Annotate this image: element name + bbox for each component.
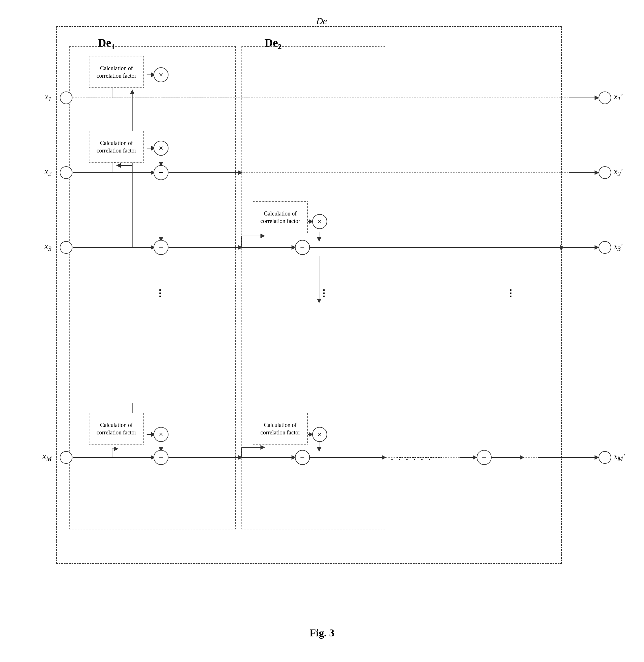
page: De De1 De2 x1 x2 x3 xM x1' x2' [0, 0, 644, 662]
fig-label: Fig. 3 [309, 627, 335, 639]
input-xm [60, 451, 72, 464]
calc-box-2: Calculation of correlation factor [89, 131, 144, 162]
label-xm: xM [43, 452, 52, 463]
subtract-circle-final: − [477, 450, 492, 465]
output-xm [599, 451, 611, 464]
label-x2: x2 [45, 167, 51, 178]
label-x2-prime: x2' [614, 167, 622, 178]
de-label: De [316, 16, 327, 26]
label-x3-prime: x3' [614, 242, 622, 252]
subtract-circle-1: − [154, 165, 168, 180]
multiply-circle-1: × [154, 67, 168, 82]
input-x3 [60, 241, 72, 254]
dots-horizontal-mid: . . . . . . [391, 453, 432, 462]
multiply-circle-m: × [154, 427, 168, 442]
subtract-circle-de2-m: − [295, 450, 310, 465]
input-x2 [60, 166, 72, 179]
de1-box [69, 46, 236, 529]
output-x2 [599, 166, 611, 179]
label-x1: x1 [45, 92, 51, 103]
label-x1-prime: x1' [614, 92, 622, 103]
label-xm-prime: xM' [614, 452, 625, 463]
de2-box [242, 46, 385, 529]
label-x3: x3 [45, 242, 51, 252]
calc-box-de2-1: Calculation of correlation factor [253, 201, 308, 233]
multiply-circle-de2-m: × [312, 427, 327, 442]
calc-box-m: Calculation of correlation factor [89, 413, 144, 444]
multiply-circle-2: × [154, 141, 168, 156]
output-x1 [599, 91, 611, 104]
de2-label: De2 [264, 36, 282, 51]
calc-box-de2-m: Calculation of correlation factor [253, 413, 308, 444]
dots-de2-vertical: ⋮ [319, 288, 329, 299]
output-x3 [599, 241, 611, 254]
dots-right-vertical: ⋮ [506, 288, 516, 299]
dots-de1-vertical: ⋮ [155, 288, 166, 299]
input-x1 [60, 91, 72, 104]
de1-label: De1 [98, 36, 115, 51]
multiply-circle-de2-1: × [312, 214, 327, 229]
subtract-circle-2: − [154, 240, 168, 255]
subtract-circle-de2-1: − [295, 240, 310, 255]
calc-box-1: Calculation of correlation factor [89, 56, 144, 88]
subtract-circle-m: − [154, 450, 168, 465]
